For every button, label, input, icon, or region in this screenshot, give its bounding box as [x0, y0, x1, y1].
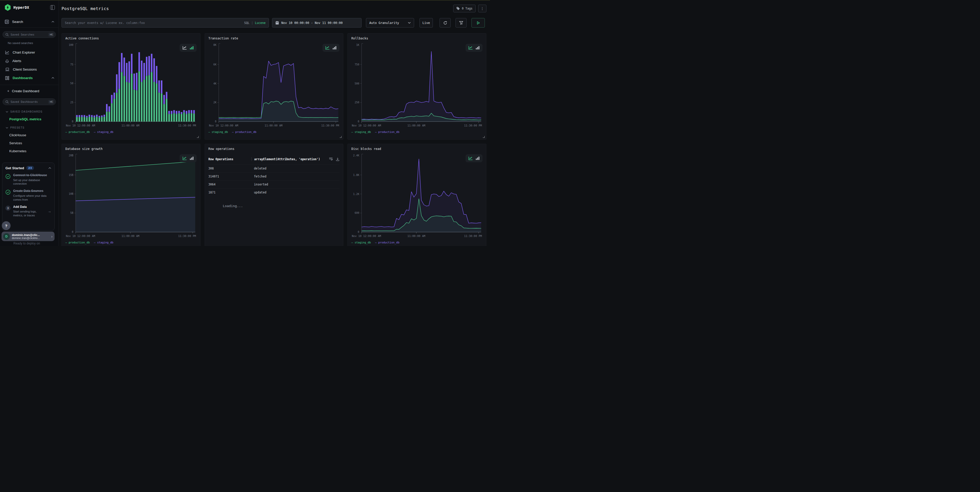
sidebar: HyperDX Search ⌘K No saved searches Char…: [0, 0, 59, 246]
plus-icon: +: [7, 89, 9, 93]
chevron-up-icon: [48, 167, 51, 169]
create-dashboard-button[interactable]: + Create Dashboard: [0, 87, 59, 95]
chart-canvas[interactable]: 02505007501KNov 10 12:00:00 AM11:00:00 A…: [351, 41, 482, 130]
sidebar-collapse-icon[interactable]: [50, 5, 55, 10]
chart-type-toggle[interactable]: [466, 154, 482, 162]
cell-value: 314071: [208, 175, 251, 178]
legend-item[interactable]: — staging_db: [94, 130, 113, 133]
query-language-toggle[interactable]: SQL | Lucene: [244, 21, 266, 25]
resize-handle[interactable]: [483, 136, 485, 138]
line-chart-icon[interactable]: [183, 46, 187, 50]
line-chart-icon[interactable]: [183, 157, 187, 160]
date-range-picker[interactable]: Nov 10 00:00:00 - Nov 11 00:00:00: [272, 18, 361, 27]
sidebar-item-client-sessions[interactable]: Client Sessions: [0, 65, 59, 73]
chart-canvas[interactable]: 05B10B15B20BNov 10 12:00:00 AM11:00:00 A…: [65, 152, 197, 240]
chart-card-database-size-growth: Database size growth 05B10B15B20BNov 10 …: [62, 144, 200, 246]
legend-item[interactable]: — staging_db: [208, 130, 228, 133]
sidebar-item-dashboards[interactable]: Dashboards: [0, 73, 59, 82]
svg-text:750: 750: [355, 63, 359, 66]
sidebar-item-search[interactable]: Search: [0, 19, 59, 25]
sidebar-item-postgresql-metrics[interactable]: PostgreSQL metrics: [9, 117, 59, 121]
resize-handle[interactable]: [340, 136, 342, 138]
get-started-header[interactable]: Get Started 2/3: [5, 166, 51, 170]
legend-item[interactable]: — production_db: [375, 130, 399, 133]
chart-type-toggle[interactable]: [466, 44, 482, 52]
live-button[interactable]: Live: [420, 18, 433, 27]
bar-chart-icon[interactable]: [190, 157, 194, 160]
help-button[interactable]: ?: [2, 221, 11, 230]
download-icon[interactable]: [336, 157, 339, 161]
svg-text:1.8K: 1.8K: [353, 174, 359, 176]
main-content: PostgreSQL metrics 0 Tags ⋮ SQL | Lucene…: [59, 0, 490, 246]
event-search-field[interactable]: [65, 21, 242, 25]
legend-item[interactable]: — production_db: [65, 241, 90, 244]
get-started-item-add-data[interactable]: 3 Add Data Start sending logs, metrics, …: [5, 205, 51, 217]
bar-chart-icon[interactable]: [332, 46, 337, 50]
sidebar-item-services[interactable]: Services: [9, 141, 59, 145]
legend-item[interactable]: — staging_db: [94, 241, 113, 244]
user-menu[interactable]: D dominic.tran@clic... dominic.tran@clic…: [2, 232, 54, 241]
event-search-input[interactable]: SQL | Lucene: [62, 18, 269, 27]
run-query-button[interactable]: [471, 18, 485, 27]
bar-chart-icon[interactable]: [190, 46, 194, 50]
sidebar-item-chart-explorer[interactable]: Chart Explorer: [0, 48, 59, 57]
lucene-toggle[interactable]: Lucene: [255, 21, 266, 25]
legend-item[interactable]: — production_db: [375, 241, 399, 244]
granularity-select[interactable]: Auto Granularity: [366, 18, 414, 27]
chart-title: Disc blocks read: [351, 147, 482, 151]
dashboard-menu-button[interactable]: ⋮: [478, 5, 487, 12]
chart-type-toggle[interactable]: [180, 154, 197, 162]
hyperdx-logo-icon[interactable]: [5, 4, 11, 11]
wrap-text-icon[interactable]: [329, 157, 333, 161]
svg-text:0: 0: [72, 120, 73, 123]
filter-button[interactable]: [455, 18, 466, 27]
table-row: 314071 fetched: [208, 173, 340, 181]
chart-canvas[interactable]: 0255075100Nov 10 12:00:00 AM11:00:00 AM1…: [65, 41, 197, 130]
svg-text:11:00:00 AM: 11:00:00 AM: [121, 124, 139, 127]
get-started-item-sources[interactable]: Create Data Sources Configure where your…: [5, 189, 51, 201]
svg-text:2.4K: 2.4K: [353, 154, 359, 157]
resize-handle[interactable]: [197, 136, 199, 138]
line-chart-icon[interactable]: [468, 46, 473, 50]
legend-item[interactable]: — staging_db: [351, 130, 371, 133]
get-started-item-connect[interactable]: Connect to ClickHouse Set up your databa…: [5, 173, 51, 186]
table-row: 3064 inserted: [208, 181, 340, 188]
legend-item[interactable]: — production_db: [65, 130, 90, 133]
line-chart-icon[interactable]: [468, 157, 473, 160]
svg-text:8K: 8K: [213, 43, 216, 46]
svg-text:6K: 6K: [213, 63, 216, 66]
svg-text:20B: 20B: [69, 154, 73, 157]
svg-text:11:30:00 PM: 11:30:00 PM: [464, 235, 482, 238]
sidebar-item-clickhouse[interactable]: ClickHouse: [9, 133, 59, 137]
svg-text:2K: 2K: [213, 101, 216, 104]
chart-type-toggle[interactable]: [323, 44, 339, 52]
saved-searches-input[interactable]: ⌘K: [3, 31, 56, 38]
chart-type-toggle[interactable]: [180, 44, 197, 52]
saved-dashboards-field[interactable]: [11, 100, 48, 104]
presets-group-header[interactable]: PRESETS: [6, 126, 59, 129]
legend-item[interactable]: — production_db: [232, 130, 256, 133]
svg-text:25: 25: [70, 101, 73, 104]
sidebar-item-alerts[interactable]: Alerts: [0, 57, 59, 65]
svg-text:0: 0: [215, 120, 216, 123]
app-name[interactable]: HyperDX: [13, 5, 50, 10]
bar-chart-icon[interactable]: [476, 46, 480, 50]
tags-button[interactable]: 0 Tags: [453, 5, 476, 12]
create-dashboard-label: Create Dashboard: [12, 89, 39, 93]
column-header: arrayElement(Attributes, 'operation'): [251, 157, 327, 161]
sidebar-item-kubernetes[interactable]: Kubernetes: [9, 149, 59, 153]
chart-canvas[interactable]: 02K4K6K8KNov 10 12:00:00 AM11:00:00 AM11…: [208, 41, 340, 130]
bar-chart-icon[interactable]: [476, 157, 480, 160]
filter-icon: [459, 21, 463, 25]
saved-dashboards-group-header[interactable]: SAVED DASHBOARDS: [6, 110, 59, 113]
legend-item[interactable]: — staging_db: [351, 241, 371, 244]
saved-searches-field[interactable]: [11, 33, 48, 36]
column-header: Row Operations: [208, 157, 251, 161]
refresh-button[interactable]: [439, 18, 450, 27]
chart-canvas[interactable]: 06001.2K1.8K2.4KNov 10 12:00:00 AM11:00:…: [351, 152, 482, 240]
cell-operation: deleted: [251, 167, 340, 170]
saved-dashboards-input[interactable]: ⌘K: [3, 98, 56, 105]
svg-text:11:00:00 AM: 11:00:00 AM: [407, 235, 425, 238]
sql-toggle[interactable]: SQL: [244, 21, 250, 25]
line-chart-icon[interactable]: [325, 46, 330, 50]
